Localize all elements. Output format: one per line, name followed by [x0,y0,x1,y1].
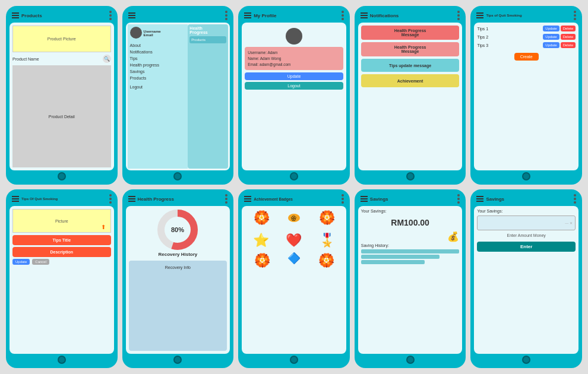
svg-text:🏵️: 🏵️ [254,252,271,268]
home-button[interactable] [290,356,298,364]
menu-icon[interactable] [12,12,19,18]
notif-item-2: Health ProgressMessage [361,42,460,56]
home-button[interactable] [58,356,66,364]
sidebar-panel: Username Email About Notifications Tips … [128,24,188,169]
profile-update-btn[interactable]: Update [245,72,343,80]
home-button[interactable] [522,356,530,364]
tips-create-btn[interactable]: Create [514,53,539,61]
sidebar-right-panel: HealthProgress Products [188,24,228,169]
menu-icon[interactable] [476,196,483,202]
sidebar-right-products: Products [189,36,226,43]
savings2-title: Savings [483,196,574,202]
savings-history-label: Saving History: [361,243,460,248]
home-button[interactable] [406,356,415,364]
sidebar-item-notifications[interactable]: Notifications [130,49,186,55]
phone-notifications: Notifications Health ProgressMessage Hea… [355,6,466,185]
badge-6: 🏵️ [317,252,335,272]
recovery-label: Recovery History [158,252,197,257]
home-button[interactable] [173,356,182,364]
tips3-update-btn[interactable]: Update [543,42,559,48]
svg-text:80%: 80% [171,226,184,233]
home-button[interactable] [522,172,530,180]
home-button[interactable] [406,172,415,180]
savings-bar-2 [361,255,440,259]
tip-action-btns: Update Cancel [12,259,111,265]
health-title: Health Progress [135,196,226,202]
savings-bar-1 [361,249,460,253]
tips-label-1: Tips 1 [477,27,488,31]
product-name-row: Product Name 🔍 [12,55,111,63]
tip-picture-box: Picture ⬆ [12,209,111,233]
tips1-delete-btn[interactable]: Delete [561,26,576,31]
sidebar-item-products[interactable]: Products [130,75,186,81]
sidebar-item-tips[interactable]: Tips [130,56,186,61]
savings-bag-icon: 💰 [361,231,460,242]
home-button[interactable] [173,172,182,180]
tips2-update-btn[interactable]: Update [543,34,559,40]
upload-icon[interactable]: ⬆ [101,224,106,230]
savings-amount: RM100.00 [361,218,460,227]
tips-row-2: Tips 2 Update Delete [477,34,576,40]
tip-update-btn[interactable]: Update [12,259,30,265]
menu-icon[interactable] [476,12,483,18]
phone-grid: Products Product Picture Product Name 🔍 … [0,0,588,374]
sidebar-item-health[interactable]: Health progress [130,62,186,68]
tips3-delete-btn[interactable]: Delete [561,42,576,48]
savings-screen: Your Savings: RM100.00 💰 Saving History: [358,206,463,354]
svg-text:🏵: 🏵 [291,215,297,221]
home-button[interactable] [58,172,66,180]
badge-3: 🏵️ [318,209,336,229]
savings2-enter-btn[interactable]: Enter [477,242,576,252]
tips-admin-screen: Tips 1 Update Delete Tips 2 Update Delet… [474,23,578,170]
tips-detail-screen: Picture ⬆ Tips Title Description Update … [10,206,114,354]
profile-screen: Username: Adam Name: Adam Wong Email: ad… [242,23,346,170]
sidebar-item-logout[interactable]: Logout [130,84,186,90]
phone-products-topbar: Products [10,9,114,21]
tips-label-3: Tips 3 [477,43,488,47]
phone-dots [225,11,227,20]
tips-row-1: Tips 1 Update Delete [477,26,576,31]
phone-dots [225,194,227,204]
tip-title-box: Tips Title [12,235,111,245]
badges-screen: 🏵️ 🏵 🏵️ ⭐ ❤️ 🎖 [242,206,346,354]
phone-savings2-topbar: Savings [474,193,578,205]
profile-title: My Profile [251,13,342,18]
search-icon[interactable]: 🔍 [103,55,111,63]
notif-item-1: Health ProgressMessage [361,26,460,40]
sidebar-item-savings[interactable]: Savings [130,69,186,74]
phone-bottom [474,170,578,181]
badge-medal: 🎖️ [319,233,335,248]
badges-title: Achievement Badges [251,197,342,201]
svg-text:🏵️: 🏵️ [318,252,334,268]
menu-icon[interactable] [244,12,251,18]
menu-icon[interactable] [128,196,135,202]
menu-icon[interactable] [128,12,135,18]
home-button[interactable] [290,172,298,180]
phone-dots [457,194,460,204]
tip-cancel-btn[interactable]: Cancel [32,259,49,265]
phone-dots [457,11,460,20]
phone-bottom [358,170,463,181]
menu-icon[interactable] [361,196,368,202]
phone-bottom [474,354,578,365]
tips-label-2: Tips 2 [477,35,488,39]
profile-logout-btn[interactable]: Logout [245,82,343,90]
menu-icon[interactable] [361,12,368,18]
menu-screen: Username Email About Notifications Tips … [126,23,230,170]
sidebar-email: Email [144,33,161,37]
tips2-delete-btn[interactable]: Delete [561,34,576,40]
badge-star: ⭐ [253,233,269,248]
phone-menu-topbar [126,9,230,21]
profile-info-box: Username: Adam Name: Adam Wong Email: ad… [245,47,343,70]
phone-dots [109,11,112,20]
tips-admin-title: Tips of Quit Smoking [483,14,574,17]
sidebar-item-about[interactable]: About [130,43,186,48]
phone-health-topbar: Health Progress [126,193,230,205]
phone-dots [109,194,112,204]
tip-desc-box: Description [12,247,111,257]
menu-icon[interactable] [244,196,251,202]
tips1-update-btn[interactable]: Update [543,26,559,31]
menu-icon[interactable] [12,196,19,202]
savings2-enter-label: Enter Amount Money [477,233,576,237]
phone-tips-detail-topbar: Tips Of Quit Smoking [10,193,114,205]
